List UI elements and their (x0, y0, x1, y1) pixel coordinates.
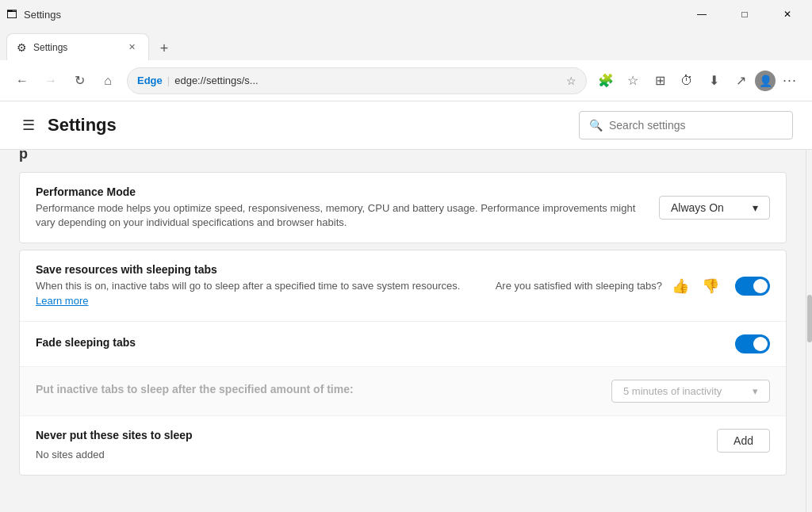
tab-favicon: ⚙ (17, 41, 27, 54)
nav-bar: ← → ↻ ⌂ Edge | edge://settings/s... ☆ 🧩 … (0, 60, 812, 101)
inactivity-label: Put inactive tabs to sleep after the spe… (36, 383, 599, 395)
inactivity-dropdown[interactable]: 5 minutes of inactivity ▾ (611, 380, 770, 403)
search-box[interactable]: 🔍 (579, 111, 793, 139)
favorites-button[interactable]: ☆ (620, 68, 645, 94)
forward-button[interactable]: → (38, 68, 63, 94)
app-icon: 🗔 (6, 8, 17, 21)
sleeping-tabs-desc: When this is on, inactive tabs will go t… (36, 279, 483, 308)
section-partial-header: p (19, 150, 787, 166)
star-icon[interactable]: ☆ (566, 75, 576, 87)
content-area: p Performance Mode Performance mode help… (0, 150, 812, 512)
dropdown-chevron-icon: ▾ (753, 201, 758, 214)
title-bar: 🗔 Settings — □ ✕ (0, 0, 812, 29)
title-bar-left: 🗔 Settings (6, 8, 61, 21)
fade-sleeping-row: Fade sleeping tabs (20, 322, 786, 367)
tab-close-button[interactable]: ✕ (124, 40, 139, 55)
inactivity-row: Put inactive tabs to sleep after the spe… (20, 367, 786, 416)
thumbs-up-button[interactable]: 👍 (668, 274, 692, 298)
settings-page: ☰ Settings 🔍 p Performance Mode Performa… (0, 101, 812, 512)
minimize-button[interactable]: — (684, 2, 720, 27)
add-site-button[interactable]: Add (717, 429, 770, 453)
settings-header: ☰ Settings 🔍 (0, 101, 812, 150)
scrollbar-thumb[interactable] (807, 295, 812, 342)
performance-mode-content: Performance Mode Performance mode helps … (36, 185, 646, 230)
feedback-area: Are you satisfied with sleeping tabs? 👍 … (496, 274, 722, 298)
main-content: p Performance Mode Performance mode help… (0, 150, 806, 512)
tab-title-bar: Settings (24, 9, 61, 21)
new-tab-button[interactable]: + (152, 36, 176, 60)
sleeping-tabs-toggle[interactable] (735, 277, 770, 296)
refresh-button[interactable]: ↻ (67, 68, 92, 94)
address-bar[interactable]: Edge | edge://settings/s... ☆ (127, 67, 587, 94)
page-title: Settings (48, 115, 569, 136)
learn-more-link[interactable]: Learn more (36, 295, 88, 307)
never-sleep-row: Never put these sites to sleep No sites … (20, 416, 786, 475)
sleeping-tabs-content: Save resources with sleeping tabs When t… (36, 263, 483, 308)
history-button[interactable]: ⏱ (674, 68, 699, 94)
feedback-label: Are you satisfied with sleeping tabs? (496, 280, 662, 292)
fade-sleeping-title: Fade sleeping tabs (36, 336, 722, 349)
performance-mode-dropdown[interactable]: Always On ▾ (659, 196, 770, 220)
search-input[interactable] (609, 119, 783, 132)
tab-bar: ⚙ Settings ✕ + (0, 29, 812, 60)
inactivity-dropdown-value: 5 minutes of inactivity (623, 385, 722, 397)
sleeping-tabs-card: Save resources with sleeping tabs When t… (19, 250, 787, 476)
performance-mode-row: Performance Mode Performance mode helps … (20, 173, 786, 243)
fade-sleeping-content: Fade sleeping tabs (36, 336, 722, 352)
address-text: edge://settings/s... (174, 75, 561, 86)
settings-tab[interactable]: ⚙ Settings ✕ (6, 33, 149, 60)
inactivity-content: Put inactive tabs to sleep after the spe… (36, 383, 599, 399)
hamburger-menu[interactable]: ☰ (19, 113, 38, 137)
tab-label: Settings (33, 42, 118, 53)
performance-mode-desc: Performance mode helps you optimize spee… (36, 201, 646, 230)
extensions-button[interactable]: 🧩 (593, 68, 619, 94)
never-sleep-title: Never put these sites to sleep (36, 429, 704, 441)
performance-mode-card: Performance Mode Performance mode helps … (19, 172, 787, 243)
edge-logo: Edge (137, 75, 163, 86)
no-sites-text: No sites added (36, 448, 704, 462)
downloads-button[interactable]: ⬇ (701, 68, 726, 94)
share-button[interactable]: ↗ (728, 68, 753, 94)
home-button[interactable]: ⌂ (95, 68, 121, 94)
sleeping-tabs-row: Save resources with sleeping tabs When t… (20, 250, 786, 321)
restore-button[interactable]: □ (726, 2, 763, 27)
performance-mode-title: Performance Mode (36, 185, 646, 198)
thumbs-down-button[interactable]: 👎 (699, 274, 722, 298)
profile-avatar[interactable]: 👤 (755, 71, 776, 91)
dropdown-value: Always On (671, 201, 724, 214)
fade-sleeping-toggle[interactable] (735, 334, 770, 353)
more-button[interactable]: ··· (777, 68, 802, 94)
never-sleep-content: Never put these sites to sleep No sites … (36, 429, 704, 462)
close-button[interactable]: ✕ (769, 2, 806, 27)
partial-text: p (19, 150, 28, 162)
inactivity-chevron-icon: ▾ (753, 385, 758, 397)
sleeping-tabs-desc-text: When this is on, inactive tabs will go t… (36, 280, 460, 292)
address-separator: | (167, 75, 170, 86)
collections-button[interactable]: ⊞ (647, 68, 672, 94)
toolbar-icons: 🧩 ☆ ⊞ ⏱ ⬇ ↗ 👤 ··· (593, 68, 802, 94)
sleeping-tabs-title: Save resources with sleeping tabs (36, 263, 483, 276)
scrollbar-track (806, 150, 812, 512)
back-button[interactable]: ← (10, 68, 35, 94)
search-icon: 🔍 (589, 119, 603, 132)
